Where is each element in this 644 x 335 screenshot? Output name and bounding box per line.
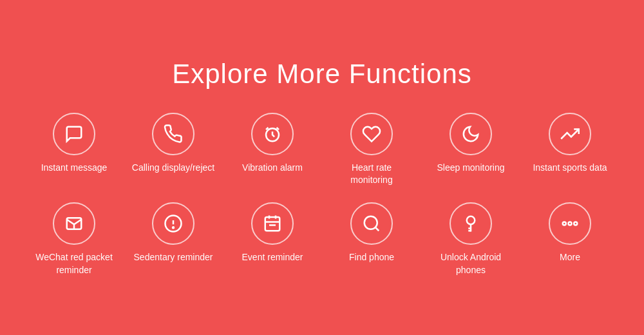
svg-point-13 (365, 216, 377, 229)
feature-item-sleep-monitoring[interactable]: Sleep monitoring (429, 113, 513, 187)
feature-item-heart-rate[interactable]: Heart rate monitoring (330, 113, 413, 187)
feature-label-find-phone: Find phone (349, 251, 394, 264)
dots-icon (549, 202, 591, 245)
svg-line-14 (375, 227, 379, 231)
heart-icon (350, 113, 393, 155)
feature-item-sports-data[interactable]: Instant sports data (528, 113, 612, 187)
feature-label-more: More (560, 251, 580, 264)
svg-point-15 (467, 216, 475, 225)
feature-item-vibration-alarm[interactable]: Vibration alarm (231, 113, 314, 187)
features-row-1: Instant message Calling display/reject V… (32, 113, 612, 187)
feature-item-find-phone[interactable]: Find phone (330, 202, 413, 276)
svg-rect-8 (265, 217, 280, 231)
svg-point-19 (563, 222, 566, 225)
feature-label-sleep-monitoring: Sleep monitoring (437, 162, 504, 175)
feature-item-calling-display[interactable]: Calling display/reject (131, 113, 215, 187)
feature-label-unlock-android: Unlock Android phones (429, 251, 513, 276)
feature-item-more[interactable]: More (528, 202, 612, 276)
page-title: Explore More Functions (172, 59, 472, 90)
svg-point-7 (173, 227, 174, 228)
alarm-icon (251, 113, 294, 155)
calendar-icon (251, 202, 294, 245)
features-grid: Instant message Calling display/reject V… (32, 113, 612, 276)
feature-label-instant-message: Instant message (41, 162, 108, 175)
features-row-2: WeChat red packet reminder Sedentary rem… (32, 202, 612, 276)
chart-icon (549, 113, 591, 155)
feature-item-unlock-android[interactable]: Unlock Android phones (429, 202, 513, 276)
envelope-icon (53, 202, 95, 245)
key-icon (450, 202, 492, 245)
feature-label-heart-rate: Heart rate monitoring (330, 162, 413, 187)
feature-item-event-reminder[interactable]: Event reminder (231, 202, 314, 276)
feature-label-calling-display: Calling display/reject (132, 162, 214, 175)
feature-item-wechat-red[interactable]: WeChat red packet reminder (32, 202, 116, 276)
feature-label-vibration-alarm: Vibration alarm (242, 162, 303, 175)
phone-icon (152, 113, 194, 155)
moon-icon (450, 113, 492, 155)
svg-point-21 (574, 222, 577, 225)
search-icon (350, 202, 393, 245)
svg-point-20 (569, 222, 572, 225)
feature-label-event-reminder: Event reminder (242, 251, 303, 264)
feature-label-sports-data: Instant sports data (533, 162, 607, 175)
exclamation-icon (152, 202, 194, 245)
feature-item-instant-message[interactable]: Instant message (32, 113, 116, 187)
feature-label-sedentary: Sedentary reminder (134, 251, 213, 264)
feature-item-sedentary[interactable]: Sedentary reminder (131, 202, 215, 276)
feature-label-wechat-red: WeChat red packet reminder (32, 251, 116, 276)
chat-bubble-icon (53, 113, 95, 155)
